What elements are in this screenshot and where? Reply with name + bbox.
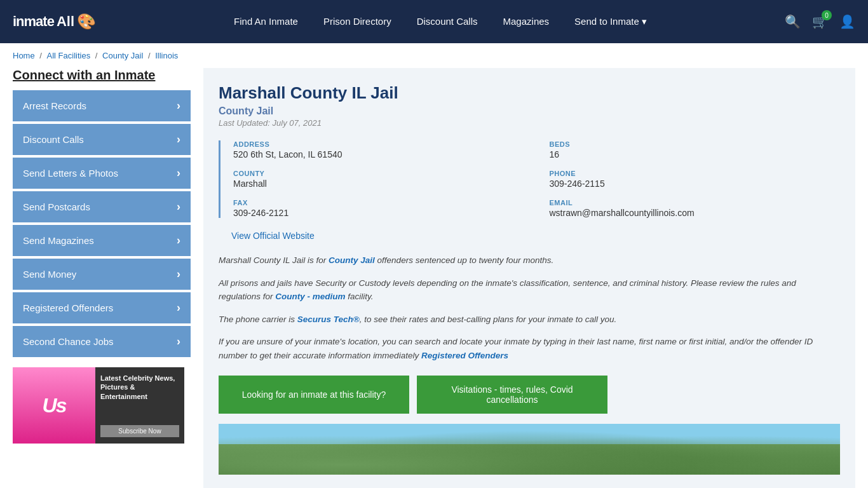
sidebar-item-label: Send Letters & Photos <box>23 168 118 179</box>
beds-label: BEDS <box>550 140 841 148</box>
chevron-right-icon: › <box>177 99 180 112</box>
breadcrumb-state[interactable]: Illinois <box>155 51 178 60</box>
facility-type: County Jail <box>219 105 840 117</box>
email-value: wstrawn@marshallcountyillinois.com <box>550 208 841 218</box>
email-block: EMAIL wstrawn@marshallcountyillinois.com <box>550 199 841 218</box>
logo[interactable]: inmateAll🎨 <box>13 13 96 30</box>
logo-text: inmate <box>13 13 54 30</box>
facility-name: Marshall County IL Jail <box>219 83 840 103</box>
chevron-right-icon: › <box>177 301 180 315</box>
nav-find-inmate[interactable]: Find An Inmate <box>234 16 298 27</box>
breadcrumb-home[interactable]: Home <box>13 51 35 60</box>
phone-value: 309-246-2115 <box>550 179 841 189</box>
address-block: ADDRESS 520 6th St, Lacon, IL 61540 <box>233 140 524 159</box>
find-inmate-button[interactable]: Looking for an inmate at this facility? <box>219 376 409 414</box>
sidebar-item-discount-calls[interactable]: Discount Calls › <box>13 124 191 155</box>
county-jail-link[interactable]: County Jail <box>329 255 375 265</box>
sidebar-menu: Arrest Records › Discount Calls › Send L… <box>13 90 191 357</box>
visitations-button[interactable]: Visitations - times, rules, Covid cancel… <box>417 376 607 414</box>
facility-photo <box>219 424 840 475</box>
sidebar-item-label: Discount Calls <box>23 134 84 145</box>
fax-value: 309-246-2121 <box>233 208 524 218</box>
facility-info-grid: ADDRESS 520 6th St, Lacon, IL 61540 BEDS… <box>219 140 840 218</box>
cart-icon[interactable]: 🛒 0 <box>812 14 828 29</box>
sidebar-item-registered-offenders[interactable]: Registered Offenders › <box>13 292 191 323</box>
main-nav: Find An Inmate Prison Directory Discount… <box>121 16 759 27</box>
chevron-right-icon: › <box>177 166 180 180</box>
sidebar-item-label: Arrest Records <box>23 100 86 111</box>
sidebar-item-second-chance-jobs[interactable]: Second Chance Jobs › <box>13 326 191 357</box>
email-label: EMAIL <box>550 199 841 207</box>
chevron-right-icon: › <box>177 268 180 281</box>
description-3: The phone carrier is Securus Tech®, to s… <box>219 313 840 327</box>
sidebar-item-label: Send Magazines <box>23 235 94 246</box>
chevron-right-icon: › <box>177 335 180 348</box>
ad-title: Latest Celebrity News, Pictures & Entert… <box>100 374 179 401</box>
logo-icon: 🎨 <box>77 13 96 30</box>
address-label: ADDRESS <box>233 140 524 148</box>
county-value: Marshall <box>233 179 524 189</box>
search-icon[interactable]: 🔍 <box>785 14 801 29</box>
sidebar-item-label: Registered Offenders <box>23 302 113 313</box>
action-buttons: Looking for an inmate at this facility? … <box>219 376 840 414</box>
sidebar: Connect with an Inmate Arrest Records › … <box>13 68 191 488</box>
header: inmateAll🎨 Find An Inmate Prison Directo… <box>0 0 868 43</box>
main-container: Connect with an Inmate Arrest Records › … <box>0 68 868 488</box>
sidebar-item-send-letters[interactable]: Send Letters & Photos › <box>13 158 191 189</box>
chevron-right-icon: › <box>177 133 180 146</box>
sidebar-item-label: Send Postcards <box>23 201 90 212</box>
sidebar-item-label: Send Money <box>23 269 76 280</box>
description-area: Marshall County IL Jail is for County Ja… <box>219 254 840 363</box>
view-official-website-link[interactable]: View Official Website <box>219 231 840 241</box>
user-icon[interactable]: 👤 <box>839 14 855 29</box>
nav-send-to-inmate[interactable]: Send to Inmate ▾ <box>574 16 647 27</box>
cart-badge: 0 <box>822 10 832 20</box>
breadcrumb-all-facilities[interactable]: All Facilities <box>47 51 91 60</box>
address-value: 520 6th St, Lacon, IL 61540 <box>233 149 524 159</box>
breadcrumb: Home / All Facilities / County Jail / Il… <box>0 43 868 68</box>
sidebar-item-label: Second Chance Jobs <box>23 336 114 347</box>
phone-block: PHONE 309-246-2115 <box>550 170 841 189</box>
securus-link[interactable]: Securus Tech® <box>297 315 360 324</box>
facility-photo-inner <box>219 424 840 475</box>
header-icons: 🔍 🛒 0 👤 <box>785 14 855 29</box>
breadcrumb-county-jail[interactable]: County Jail <box>102 51 143 60</box>
description-4: If you are unsure of your inmate's locat… <box>219 335 840 362</box>
facility-content: Marshall County IL Jail County Jail Last… <box>203 68 855 488</box>
description-1: Marshall County IL Jail is for County Ja… <box>219 254 840 268</box>
county-label: COUNTY <box>233 170 524 177</box>
nav-magazines[interactable]: Magazines <box>503 16 550 27</box>
chevron-right-icon: › <box>177 200 180 214</box>
sidebar-item-send-money[interactable]: Send Money › <box>13 259 191 290</box>
county-block: COUNTY Marshall <box>233 170 524 189</box>
sidebar-title: Connect with an Inmate <box>13 68 191 83</box>
ad-logo: Us <box>13 367 95 444</box>
nav-discount-calls[interactable]: Discount Calls <box>417 16 478 27</box>
ad-content: Latest Celebrity News, Pictures & Entert… <box>95 367 184 444</box>
advertisement: Us Latest Celebrity News, Pictures & Ent… <box>13 367 184 444</box>
beds-block: BEDS 16 <box>550 140 841 159</box>
county-medium-link[interactable]: County - medium <box>275 292 345 301</box>
description-2: All prisons and jails have Security or C… <box>219 276 840 304</box>
phone-label: PHONE <box>550 170 841 177</box>
registered-offenders-link[interactable]: Registered Offenders <box>421 351 508 360</box>
facility-last-updated: Last Updated: July 07, 2021 <box>219 118 840 128</box>
sidebar-item-send-magazines[interactable]: Send Magazines › <box>13 225 191 256</box>
ad-subscribe-button[interactable]: Subscribe Now <box>100 425 179 437</box>
nav-prison-directory[interactable]: Prison Directory <box>323 16 391 27</box>
sidebar-item-send-postcards[interactable]: Send Postcards › <box>13 191 191 222</box>
beds-value: 16 <box>550 149 841 159</box>
sidebar-item-arrest-records[interactable]: Arrest Records › <box>13 90 191 121</box>
chevron-right-icon: › <box>177 234 180 247</box>
logo-all: All <box>57 13 74 30</box>
fax-block: FAX 309-246-2121 <box>233 199 524 218</box>
fax-label: FAX <box>233 199 524 207</box>
